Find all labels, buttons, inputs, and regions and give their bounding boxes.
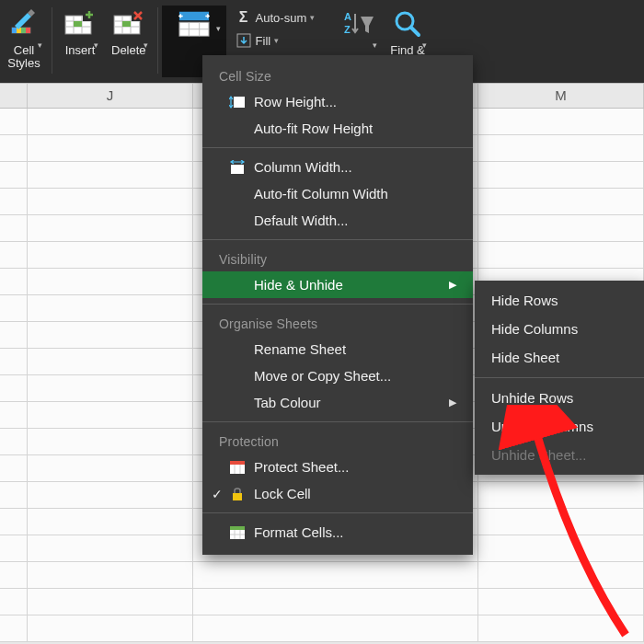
delete-button[interactable]: Delete ▾ bbox=[104, 6, 154, 77]
menu-protect-sheet[interactable]: Protect Sheet... bbox=[202, 454, 473, 480]
chevron-down-icon: ▾ bbox=[373, 40, 377, 50]
menu-divider bbox=[202, 147, 473, 148]
chevron-down-icon: ▾ bbox=[38, 40, 42, 50]
svg-rect-10 bbox=[74, 21, 82, 27]
svg-text:A: A bbox=[344, 11, 351, 22]
svg-rect-34 bbox=[233, 493, 242, 500]
svg-rect-28 bbox=[234, 97, 245, 108]
paintbrush-icon bbox=[7, 7, 40, 40]
chevron-down-icon: ▾ bbox=[422, 40, 427, 50]
magnifier-icon bbox=[391, 7, 424, 40]
svg-text:Z: Z bbox=[344, 24, 351, 35]
hide-unhide-submenu: Hide Rows Hide Columns Hide Sheet Unhide… bbox=[475, 281, 644, 475]
svg-rect-19 bbox=[178, 12, 208, 20]
format-cells-icon bbox=[228, 524, 247, 541]
menu-hide-unhide[interactable]: Hide & Unhide ▶ bbox=[202, 271, 473, 298]
fill-button[interactable]: Fill ▾ bbox=[236, 30, 316, 51]
col-header-gutter[interactable] bbox=[0, 84, 28, 108]
menu-divider bbox=[202, 304, 473, 305]
chevron-down-icon: ▾ bbox=[274, 36, 279, 45]
svg-rect-4 bbox=[26, 28, 30, 33]
menu-default-width[interactable]: Default Width... bbox=[202, 207, 473, 234]
protect-sheet-icon bbox=[228, 459, 247, 476]
chevron-down-icon: ▾ bbox=[310, 13, 315, 22]
submenu-hide-rows[interactable]: Hide Rows bbox=[475, 286, 644, 315]
menu-rename-sheet[interactable]: Rename Sheet bbox=[202, 336, 473, 362]
delete-cells-icon bbox=[112, 7, 145, 40]
menu-divider bbox=[202, 512, 473, 513]
sort-filter-icon: AZ bbox=[342, 7, 375, 40]
format-dropdown-menu: Cell Size Row Height... Auto-fit Row Hei… bbox=[202, 55, 473, 555]
menu-section-organise: Organise Sheets bbox=[202, 310, 473, 336]
submenu-unhide-columns[interactable]: Unhide Columns bbox=[475, 412, 644, 441]
submenu-hide-sheet[interactable]: Hide Sheet bbox=[475, 343, 644, 372]
col-header-j[interactable]: J bbox=[28, 84, 193, 108]
format-cell-icon bbox=[178, 7, 211, 40]
chevron-down-icon: ▾ bbox=[216, 24, 221, 33]
separator bbox=[52, 7, 52, 74]
svg-rect-17 bbox=[122, 21, 131, 27]
menu-move-copy-sheet[interactable]: Move or Copy Sheet... bbox=[202, 362, 473, 389]
menu-column-width[interactable]: Column Width... bbox=[202, 154, 473, 180]
submenu-unhide-rows[interactable]: Unhide Rows bbox=[475, 384, 644, 412]
svg-rect-31 bbox=[230, 461, 245, 465]
svg-rect-29 bbox=[231, 165, 244, 174]
submenu-unhide-sheet: Unhide Sheet... bbox=[475, 441, 644, 469]
submenu-arrow-icon: ▶ bbox=[449, 279, 456, 291]
svg-rect-36 bbox=[230, 526, 245, 530]
menu-autofit-col[interactable]: Auto-fit Column Width bbox=[202, 180, 473, 207]
svg-rect-1 bbox=[12, 28, 17, 33]
cell-styles-button[interactable]: Cell Styles ▾ bbox=[0, 6, 48, 77]
menu-autofit-row[interactable]: Auto-fit Row Height bbox=[202, 115, 473, 142]
column-width-icon bbox=[228, 159, 247, 176]
submenu-hide-columns[interactable]: Hide Columns bbox=[475, 315, 644, 343]
editing-group: Σ Auto-sum ▾ Fill ▾ bbox=[232, 6, 319, 52]
col-header-m[interactable]: M bbox=[478, 84, 644, 108]
menu-section-protection: Protection bbox=[202, 428, 473, 454]
separator bbox=[157, 7, 158, 74]
svg-rect-3 bbox=[21, 28, 26, 33]
sigma-icon: Σ bbox=[236, 9, 252, 26]
chevron-down-icon: ▾ bbox=[144, 40, 148, 50]
menu-section-visibility: Visibility bbox=[202, 246, 473, 271]
menu-lock-cell[interactable]: Lock Cell bbox=[202, 480, 473, 507]
menu-section-cell-size: Cell Size bbox=[202, 63, 473, 88]
insert-button[interactable]: Insert ▾ bbox=[56, 6, 104, 77]
menu-divider bbox=[202, 421, 473, 422]
menu-format-cells[interactable]: Format Cells... bbox=[202, 519, 473, 546]
submenu-arrow-icon: ▶ bbox=[449, 397, 456, 408]
row-height-icon bbox=[228, 94, 247, 110]
menu-divider bbox=[202, 239, 473, 240]
menu-tab-colour[interactable]: Tab Colour ▶ bbox=[202, 389, 473, 416]
fill-down-icon bbox=[236, 32, 252, 49]
lock-icon bbox=[228, 486, 247, 502]
autosum-button[interactable]: Σ Auto-sum ▾ bbox=[236, 7, 316, 28]
insert-cells-icon bbox=[63, 7, 97, 40]
menu-row-height[interactable]: Row Height... bbox=[202, 88, 473, 115]
chevron-down-icon: ▾ bbox=[94, 40, 98, 50]
submenu-divider bbox=[475, 377, 644, 378]
